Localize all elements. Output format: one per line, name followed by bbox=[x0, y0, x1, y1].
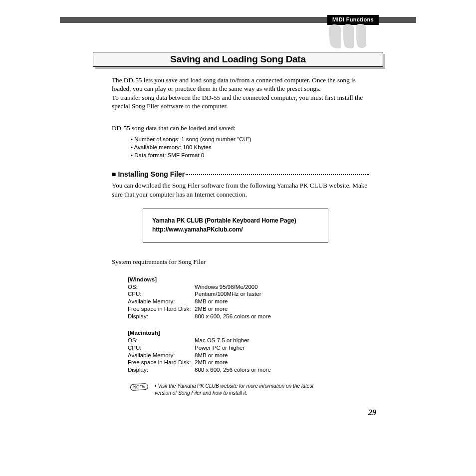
req-val: 800 x 600, 256 colors or more bbox=[195, 313, 271, 320]
req-val: 2MB or more bbox=[195, 305, 228, 313]
title-box: Saving and Loading Song Data bbox=[93, 52, 383, 67]
req-key: Display: bbox=[128, 366, 195, 374]
req-key: CPU: bbox=[128, 290, 195, 298]
body-content: The DD-55 lets you save and load song da… bbox=[112, 76, 369, 396]
requirements-macintosh: Macintosh OS:Mac OS 7.5 or higher CPU:Po… bbox=[128, 330, 369, 374]
square-bullet-icon: ■ bbox=[112, 170, 116, 178]
req-row: Free space in Hard Disk:2MB or more bbox=[128, 305, 369, 313]
intro-p1: The DD-55 lets you save and load song da… bbox=[112, 76, 369, 93]
req-row: CPU:Power PC or higher bbox=[128, 344, 369, 352]
info-box: Yamaha PK CLUB (Portable Keyboard Home P… bbox=[143, 209, 328, 242]
page-title: Saving and Loading Song Data bbox=[93, 52, 383, 67]
req-key: Free space in Hard Disk: bbox=[128, 359, 195, 366]
req-row: OS:Windows 95/98/Me/2000 bbox=[128, 283, 369, 291]
intro-p2: To transfer song data between the DD-55 … bbox=[112, 93, 369, 111]
req-key: Available Memory: bbox=[128, 352, 195, 359]
page-number: 29 bbox=[368, 408, 376, 417]
bullet-item: Data format: SMF Format 0 bbox=[131, 151, 369, 159]
req-row: Display:800 x 600, 256 colors or more bbox=[128, 366, 369, 374]
infobox-line1: Yamaha PK CLUB (Portable Keyboard Home P… bbox=[152, 216, 319, 225]
req-key: Available Memory: bbox=[128, 298, 195, 305]
note-icon: NOTE bbox=[128, 383, 151, 390]
req-row: Available Memory:8MB or more bbox=[128, 298, 369, 305]
note-text: Visit the Yamaha PK CLUB website for mor… bbox=[155, 383, 324, 397]
bullet-item: Available memory: 100 Kbytes bbox=[131, 143, 369, 151]
section-heading: ■ Installing Song Filer bbox=[112, 170, 369, 178]
req-header-mac: Macintosh bbox=[128, 330, 369, 336]
req-row: Display:800 x 600, 256 colors or more bbox=[128, 313, 369, 320]
header-badge: MIDI Functions bbox=[327, 15, 379, 25]
req-val: 800 x 600, 256 colors or more bbox=[195, 366, 271, 374]
req-val: Windows 95/98/Me/2000 bbox=[195, 283, 258, 291]
req-key: CPU: bbox=[128, 344, 195, 352]
note-row: NOTE Visit the Yamaha PK CLUB website fo… bbox=[128, 383, 369, 397]
req-row: OS:Mac OS 7.5 or higher bbox=[128, 337, 369, 344]
infobox-line2: http://www.yamahaPKclub.com/ bbox=[152, 225, 319, 234]
req-val: 8MB or more bbox=[195, 298, 228, 305]
req-val: Mac OS 7.5 or higher bbox=[195, 337, 249, 344]
req-row: CPU:Pentium/100MHz or faster bbox=[128, 290, 369, 298]
song-data-bullets: Number of songs: 1 song (song number "CU… bbox=[131, 135, 369, 159]
req-row: Free space in Hard Disk:2MB or more bbox=[128, 359, 369, 366]
dotted-leader bbox=[186, 174, 369, 175]
req-val: 2MB or more bbox=[195, 359, 228, 366]
req-key: OS: bbox=[128, 283, 195, 291]
req-val: 8MB or more bbox=[195, 352, 228, 359]
bullet-item: Number of songs: 1 song (song number "CU… bbox=[131, 135, 369, 143]
intro-p3: DD-55 song data that can be loaded and s… bbox=[112, 124, 369, 132]
sysreq-title: System requirements for Song Filer bbox=[112, 257, 369, 266]
decorative-glyph bbox=[326, 23, 367, 49]
req-val: Power PC or higher bbox=[195, 344, 244, 352]
req-key: OS: bbox=[128, 337, 195, 344]
req-header-windows: Windows bbox=[128, 276, 369, 282]
req-row: Available Memory:8MB or more bbox=[128, 352, 369, 359]
note-oval-label: NOTE bbox=[130, 383, 148, 391]
req-key: Free space in Hard Disk: bbox=[128, 305, 195, 313]
req-val: Pentium/100MHz or faster bbox=[195, 290, 261, 298]
section-heading-text: Installing Song Filer bbox=[118, 170, 185, 178]
section-paragraph: You can download the Song Filer software… bbox=[112, 181, 369, 199]
page: MIDI Functions Saving and Loading Song D… bbox=[0, 0, 476, 476]
req-key: Display: bbox=[128, 313, 195, 320]
requirements-windows: Windows OS:Windows 95/98/Me/2000 CPU:Pen… bbox=[128, 276, 369, 374]
